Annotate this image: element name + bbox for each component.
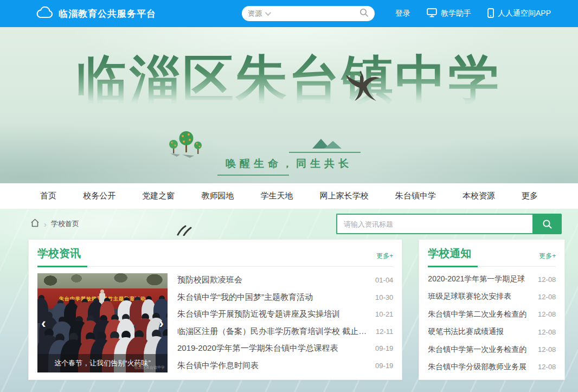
carousel-watermark: 临淄区朱台镇中学: [134, 365, 165, 370]
notice-item-date: 12-08: [538, 310, 556, 318]
news-item[interactable]: 朱台镇中学开展预防近视专题讲座及实操培训10-21: [177, 309, 393, 319]
notice-item-date: 12-08: [538, 293, 556, 301]
nav-item-home[interactable]: 首页: [40, 191, 56, 201]
news-list: 预防校园欺凌班会01-04 朱台镇中学“我的中国梦”主题教育活动10-30 朱台…: [177, 273, 393, 372]
notice-item-date: 12-08: [538, 363, 556, 371]
notice-item[interactable]: 朱台镇中学分级部教师业务展12-08: [428, 362, 556, 372]
nav-item-school-resources[interactable]: 本校资源: [463, 191, 495, 201]
slogan-block: 唤醒生命，同生共长: [0, 152, 578, 176]
cloud-icon: [36, 7, 53, 21]
school-name-title: 临淄区朱台镇中学: [0, 53, 578, 104]
news-item[interactable]: 朱台镇中学“我的中国梦”主题教育活动10-30: [177, 292, 393, 303]
news-item-date: 09-19: [375, 344, 393, 352]
news-carousel[interactable]: 朱台中学禁放烟花爆竹主题教育活动 ‹ › 这个春节，让我们告别“火药味” 临淄区…: [37, 273, 168, 372]
slogan-text: 唤醒生命，同生共长: [226, 157, 352, 171]
news-item[interactable]: 预防校园欺凌班会01-04: [177, 275, 393, 285]
school-notice-panel: 学校通知 更多+ 2020-2021学年第一学期足球12-08 班级足球联赛轮次…: [419, 239, 565, 380]
news-item-date: 10-30: [375, 293, 393, 301]
nav-item-parents-school[interactable]: 网上家长学校: [320, 191, 369, 201]
monitor-icon: [427, 8, 437, 19]
swallow-icon: [342, 69, 381, 104]
news-item-date: 01-04: [375, 276, 393, 284]
app-label: 人人通空间APP: [498, 9, 551, 18]
main-nav: 首页 校务公开 党建之窗 教师园地 学生天地 网上家长学校 朱台镇中学 本校资源…: [0, 183, 578, 209]
hero-banner: 临淄区朱台镇中学 唤醒生命，同生共长: [0, 27, 578, 183]
chevron-down-icon[interactable]: [265, 10, 271, 16]
panels-row: 学校资讯 更多+ 朱台中学禁放烟花爆竹主题教育活动 ‹ › 这个春节，让我们告别…: [28, 239, 561, 380]
breadcrumb: › 学校首页: [30, 219, 79, 229]
news-item[interactable]: 临淄区注册（备案）民办非学历教育培训学校 截止201912-11: [177, 326, 393, 337]
brand[interactable]: 临淄教育公共服务平台: [36, 7, 156, 21]
teaching-assistant-link[interactable]: 教学助手: [427, 8, 471, 19]
nav-item-students-world[interactable]: 学生天地: [261, 191, 293, 201]
notice-item[interactable]: 硬笔书法比赛成绩通报12-08: [428, 327, 556, 337]
notice-item[interactable]: 朱台镇中学第一次业务检查的12-08: [428, 345, 556, 355]
login-link[interactable]: 登录: [395, 9, 410, 18]
notice-panel-title: 学校通知: [428, 246, 471, 261]
nav-item-teachers-garden[interactable]: 教师园地: [201, 191, 234, 201]
notice-item-date: 12-08: [538, 328, 556, 336]
news-item[interactable]: 2019-2020学年第一学期朱台镇中学总课程表09-19: [177, 343, 393, 354]
news-panel-header: 学校资讯 更多+: [37, 246, 393, 267]
top-header: 临淄教育公共服务平台 资源 登录 教学助手 人人通空间APP: [0, 0, 578, 27]
search-category-select[interactable]: 资源: [248, 9, 262, 18]
notice-item-date: 12-08: [538, 275, 556, 284]
breadcrumb-row: › 学校首页: [30, 213, 562, 235]
news-search: [336, 214, 562, 234]
home-icon[interactable]: [30, 219, 40, 229]
news-search-input[interactable]: [336, 214, 532, 234]
notice-item-title[interactable]: 班级足球联赛轮次安排表: [428, 292, 511, 301]
notice-item-title[interactable]: 朱台镇中学分级部教师业务展: [428, 362, 526, 372]
slogan-line-top: [289, 152, 361, 153]
notice-item-date: 12-08: [538, 345, 556, 354]
notice-item-title[interactable]: 朱台镇中学第一次业务检查的: [428, 345, 526, 355]
header-search[interactable]: 资源: [242, 6, 375, 21]
carousel-caption[interactable]: 这个春节，让我们告别“火药味” 临淄区朱台镇中学: [37, 354, 168, 372]
notice-more-link[interactable]: 更多+: [539, 252, 556, 261]
nav-item-school-affairs[interactable]: 校务公开: [83, 191, 115, 201]
carousel-next-button[interactable]: ›: [159, 316, 164, 330]
slogan-line-bottom: [217, 175, 289, 176]
mountains-illustration: [311, 137, 343, 151]
news-item-date: 09-19: [375, 362, 393, 370]
notice-item[interactable]: 班级足球联赛轮次安排表12-08: [428, 292, 556, 301]
news-item-title[interactable]: 朱台镇中学作息时间表: [177, 361, 259, 371]
brand-title: 临淄教育公共服务平台: [59, 8, 156, 20]
news-item-title[interactable]: 朱台镇中学“我的中国梦”主题教育活动: [177, 292, 313, 303]
news-search-button[interactable]: [532, 214, 562, 234]
app-link[interactable]: 人人通空间APP: [487, 8, 551, 20]
notice-item-title[interactable]: 朱台镇中学第二次业务检查的: [428, 310, 526, 319]
news-item-date: 12-11: [376, 327, 393, 336]
carousel-prev-button[interactable]: ‹: [41, 316, 46, 330]
news-item-date: 10-21: [375, 310, 393, 318]
news-item[interactable]: 朱台镇中学作息时间表09-19: [177, 361, 393, 371]
nav-item-party-window[interactable]: 党建之窗: [142, 191, 175, 201]
news-item-title[interactable]: 朱台镇中学开展预防近视专题讲座及实操培训: [177, 309, 340, 319]
news-panel-body: 朱台中学禁放烟花爆竹主题教育活动 ‹ › 这个春节，让我们告别“火药味” 临淄区…: [37, 273, 393, 372]
news-panel-title: 学校资讯: [37, 246, 81, 261]
notice-list: 2020-2021学年第一学期足球12-08 班级足球联赛轮次安排表12-08 …: [428, 274, 556, 372]
notice-item-title[interactable]: 硬笔书法比赛成绩通报: [428, 327, 504, 337]
school-news-panel: 学校资讯 更多+ 朱台中学禁放烟花爆竹主题教育活动 ‹ › 这个春节，让我们告别…: [28, 239, 402, 380]
search-icon[interactable]: [359, 8, 369, 20]
notice-item[interactable]: 2020-2021学年第一学期足球12-08: [428, 274, 556, 284]
breadcrumb-chevron-icon: ›: [44, 220, 47, 229]
breadcrumb-current[interactable]: 学校首页: [51, 219, 79, 229]
notice-item[interactable]: 朱台镇中学第二次业务检查的12-08: [428, 310, 556, 319]
news-item-title[interactable]: 临淄区注册（备案）民办非学历教育培训学校 截止2019: [177, 326, 369, 337]
teaching-assistant-label: 教学助手: [441, 9, 471, 18]
nav-item-more[interactable]: 更多: [522, 191, 538, 201]
news-item-title[interactable]: 2019-2020学年第一学期朱台镇中学总课程表: [177, 343, 338, 354]
notice-item-title[interactable]: 2020-2021学年第一学期足球: [428, 274, 525, 284]
news-item-title[interactable]: 预防校园欺凌班会: [177, 275, 242, 285]
content-area: › 学校首页 学校资讯 更多+ 朱台中学禁放烟花爆竹主题教育活动: [0, 209, 578, 392]
nav-item-zhutai-school[interactable]: 朱台镇中学: [395, 191, 436, 201]
notice-panel-header: 学校通知 更多+: [428, 246, 556, 267]
smartphone-icon: [487, 8, 494, 20]
header-links: 登录 教学助手 人人通空间APP: [395, 8, 551, 20]
news-more-link[interactable]: 更多+: [376, 252, 393, 261]
